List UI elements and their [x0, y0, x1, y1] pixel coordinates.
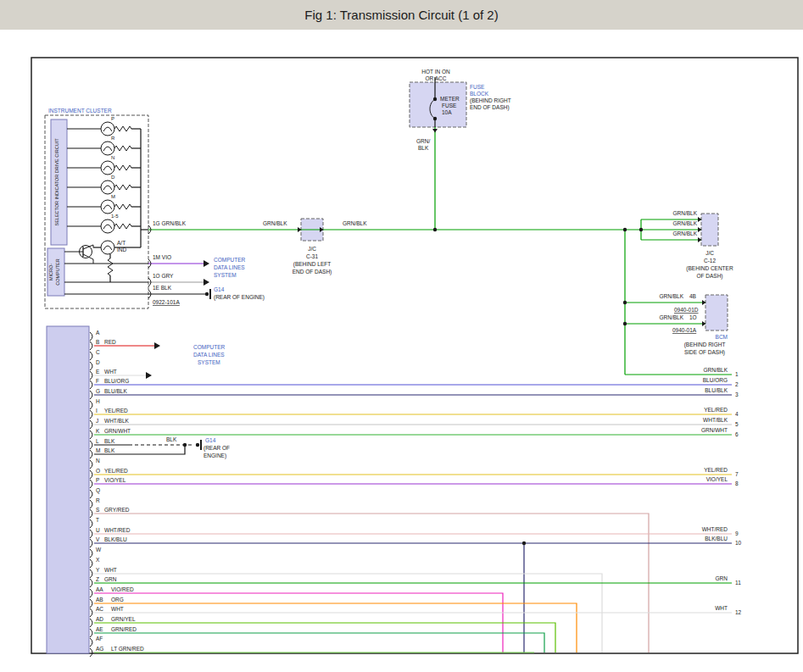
- row-pin-letter-J: J: [96, 418, 98, 424]
- diagram-text: 1O GRY: [153, 273, 174, 279]
- row-pin-letter-F: F: [96, 378, 99, 384]
- row-wire-label-Z: GRN: [104, 576, 117, 582]
- diagram-text: INSTRUMENT CLUSTER: [48, 108, 112, 114]
- row-pin-letter-I: I: [96, 408, 98, 414]
- row-pin-letter-Y: Y: [96, 567, 100, 573]
- row-pin-letter-P: P: [96, 477, 99, 483]
- diagram-text: END OF DASH): [293, 269, 332, 275]
- diagram-text: BCM: [716, 334, 728, 340]
- row-wire-label-Y: WHT: [104, 567, 117, 573]
- row-wire-label-I: YEL/RED: [104, 408, 128, 414]
- row-pin-letter-AB: AB: [96, 597, 103, 603]
- diagram-text: IND: [117, 247, 127, 253]
- diagram-text: OR ACC: [426, 75, 447, 81]
- row-wire-label-U: WHT/RED: [104, 527, 131, 533]
- row-pin-letter-X: X: [96, 557, 100, 563]
- row-wire-label-E: WHT: [104, 369, 117, 375]
- right-pin-number-1: 1: [735, 371, 739, 377]
- ground-dot: [205, 292, 209, 296]
- diagram-text: DATA LINES: [214, 264, 245, 270]
- right-wire-label-1: GRN/BLK: [703, 367, 728, 373]
- row-wire-label-G: BLU/BLK: [104, 388, 127, 394]
- junction-dot: [433, 97, 437, 101]
- diagram-text: OF DASH): [696, 273, 722, 280]
- row-pin-letter-AA: AA: [96, 586, 103, 592]
- bulb-label: 1-5: [111, 214, 119, 219]
- diagram-text: 1G GRN/BLK: [153, 220, 187, 226]
- diagram-text[interactable]: 0922-101A: [153, 299, 180, 305]
- ground-dot: [196, 443, 199, 447]
- right-wire-label-10: BLK/BLU: [705, 536, 728, 541]
- right-wire-label-3: BLU/BLK: [705, 387, 728, 393]
- diagram-text: (BEHIND RIGHT: [684, 342, 726, 348]
- row-pin-letter-Z: Z: [96, 576, 99, 582]
- diagram-text: (BEHIND RIGHT: [470, 97, 511, 104]
- diagram-text: J/C: [705, 250, 714, 256]
- diagram-text: GRN/BLK: [659, 293, 683, 299]
- diagram-text: GRN/BLK: [263, 220, 287, 226]
- row-pin-letter-K: K: [96, 428, 100, 434]
- row-pin-letter-H: H: [96, 398, 100, 404]
- junction-dot: [623, 228, 627, 231]
- junction-dot: [639, 228, 643, 231]
- vertical-label: MICRO-: [48, 264, 53, 280]
- row-pin-letter-W: W: [96, 547, 102, 553]
- diagram-text: BLOCK: [470, 91, 489, 97]
- right-wire-label-6: GRN/WHT: [701, 427, 728, 433]
- diagram-text: SYSTEM: [198, 359, 220, 365]
- diagram-text: ENGINE): [204, 453, 226, 459]
- wiring-diagram-canvas: PRNDM1-5HOT IN ONOR ACCMETERFUSE10AFUSEB…: [0, 0, 803, 672]
- diagram-text: SIDE OF DASH): [684, 349, 725, 356]
- row-wire-label-AD: GRN/YEL: [111, 616, 136, 622]
- row-pin-letter-V: V: [96, 536, 100, 542]
- row-pin-letter-D: D: [96, 359, 100, 365]
- row-wire-label-V: BLK/BLU: [104, 536, 127, 542]
- row-wire-label-AE: GRN/RED: [111, 626, 137, 632]
- vertical-label: COMPUTER: [55, 258, 60, 286]
- row-wire-label-M: BLK: [104, 447, 115, 453]
- row-pin-letter-M: M: [96, 447, 100, 453]
- diagram-text: GRN/BLK: [672, 230, 697, 236]
- row-wire-label-AG: LT GRN/RED: [111, 646, 144, 652]
- diagram-text[interactable]: 0940-01A: [672, 327, 697, 333]
- vertical-label: SELECTOR INDICATOR DRIVE CIRCUIT: [54, 138, 59, 226]
- diagram-text: A/T: [117, 240, 125, 246]
- right-pin-number-5: 5: [735, 421, 739, 427]
- diagram-text: FUSE: [442, 103, 457, 108]
- diagram-text: 1O: [689, 314, 697, 320]
- right-wire-label-7: YEL/RED: [704, 467, 728, 473]
- diagram-text: FUSE: [470, 84, 485, 90]
- row-pin-letter-AF: AF: [96, 636, 103, 641]
- diagram-text[interactable]: 0940-01D: [674, 307, 699, 313]
- right-pin-number-10: 10: [735, 540, 742, 546]
- junction-dot: [623, 301, 627, 304]
- diagram-text: 4B: [689, 293, 696, 299]
- right-pin-number-8: 8: [735, 480, 739, 486]
- row-pin-letter-R: R: [96, 497, 100, 503]
- row-pin-letter-G: G: [96, 388, 100, 394]
- row-pin-letter-E: E: [96, 369, 100, 375]
- fuse-block-box: [410, 82, 466, 127]
- right-wire-label-8: VIO/YEL: [706, 476, 728, 482]
- tcm-connector-block: [47, 326, 89, 653]
- diagram-text: 1M VIO: [153, 254, 171, 260]
- row-wire-label-B: RED: [104, 339, 116, 345]
- right-pin-number-11: 11: [735, 580, 741, 586]
- row-pin-letter-Q: Q: [96, 487, 100, 494]
- right-pin-number-3: 3: [735, 392, 739, 397]
- row-pin-letter-AC: AC: [96, 606, 103, 612]
- right-wire-label-5: WHT/BLK: [703, 417, 728, 423]
- diagram-text: C-12: [704, 258, 716, 264]
- diagram-text: GRN/: [416, 138, 430, 144]
- row-wire-label-AA: VIO/RED: [111, 586, 134, 592]
- right-pin-number-4: 4: [735, 411, 739, 417]
- row-wire-label-O: YEL/RED: [104, 468, 128, 474]
- row-pin-letter-T: T: [96, 517, 99, 523]
- row-wire-label-AC: WHT: [111, 606, 124, 612]
- junction-dot: [433, 228, 437, 231]
- diagram-text: GRN/BLK: [672, 220, 697, 226]
- diagram-text: HOT IN ON: [421, 69, 450, 75]
- row-wire-label-AB: ORG: [111, 597, 124, 603]
- row-wire-label-J: WHT/BLK: [104, 418, 130, 424]
- row-pin-letter-A: A: [96, 330, 100, 336]
